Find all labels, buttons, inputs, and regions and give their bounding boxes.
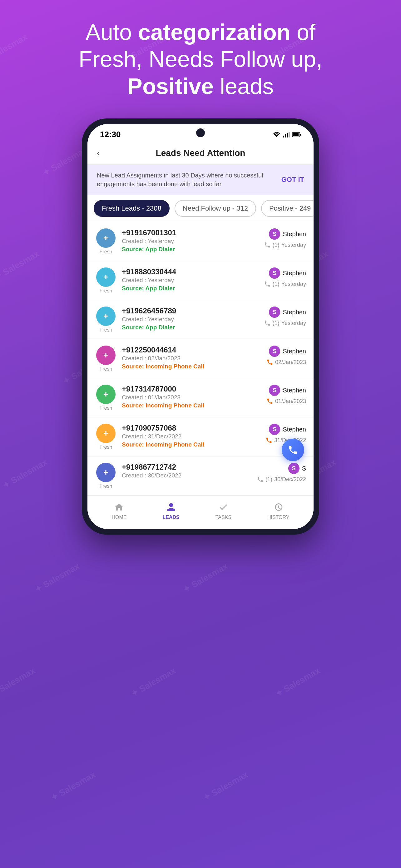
lead-avatar: + <box>96 268 115 287</box>
battery-icon <box>292 132 301 137</box>
lead-item[interactable]: + Fresh +912250044614 Created : 02/Jan/2… <box>88 339 313 378</box>
lead-item[interactable]: + Fresh +919626456789 Created : Yesterda… <box>88 300 313 339</box>
lead-source: Source: App Dialer <box>122 246 259 253</box>
info-banner: New Lead Assignments in last 30 Days whe… <box>88 165 313 195</box>
lead-avatar: + <box>96 463 115 482</box>
lead-right: S Stephen (1) Yesterday <box>264 268 306 287</box>
agent-name: Stephen <box>282 387 306 394</box>
call-count: (1) <box>273 281 279 287</box>
lead-item[interactable]: + Fresh +919867712742 Created : 30/Dec/2… <box>88 457 313 496</box>
call-info: (1) 30/Dec/2022 <box>257 476 306 483</box>
lead-source: Source: Incoming Phone Call <box>122 441 261 448</box>
svg-rect-3 <box>289 132 290 137</box>
svg-rect-2 <box>287 133 288 137</box>
call-info: (1) Yesterday <box>264 281 306 287</box>
got-it-button[interactable]: GOT IT <box>281 176 304 184</box>
lead-phone: +917314787000 <box>122 384 261 393</box>
lead-avatar: + <box>96 424 115 443</box>
incoming-call-icon <box>266 398 273 405</box>
svg-rect-0 <box>283 135 284 137</box>
hero-bold3: Positive <box>127 74 213 99</box>
lead-avatar-wrap: + Fresh <box>95 346 117 372</box>
agent-wrap: S Stephen <box>269 307 306 318</box>
lead-created: Created : 01/Jan/2023 <box>122 394 261 401</box>
home-icon <box>114 502 124 512</box>
outgoing-call-icon <box>264 320 271 327</box>
nav-tasks[interactable]: TASKS <box>215 501 231 520</box>
svg-rect-6 <box>293 133 299 136</box>
fresh-badge: Fresh <box>100 249 112 255</box>
leads-icon <box>166 502 176 512</box>
history-icon <box>273 502 283 512</box>
incoming-call-icon <box>265 437 272 444</box>
camera-dot <box>196 128 205 137</box>
lead-phone: +912250044614 <box>122 346 261 354</box>
agent-wrap: S Stephen <box>269 268 306 279</box>
call-date: Yesterday <box>281 281 306 287</box>
leads-list: + Fresh +919167001301 Created : Yesterda… <box>88 222 313 496</box>
lead-avatar: + <box>96 228 115 248</box>
fresh-badge: Fresh <box>100 288 112 294</box>
lead-item[interactable]: + Fresh +917090757068 Created : 31/Dec/2… <box>88 417 313 457</box>
outgoing-call-icon <box>264 281 271 287</box>
bottom-nav: HOME LEADS TASKS <box>88 496 313 529</box>
nav-history[interactable]: HISTORY <box>267 501 290 520</box>
agent-avatar: S <box>269 346 280 357</box>
lead-info: +919167001301 Created : Yesterday Source… <box>122 228 259 253</box>
call-date: 30/Dec/2022 <box>274 476 306 483</box>
status-time: 12:30 <box>100 130 121 140</box>
lead-avatar-wrap: + Fresh <box>95 268 117 294</box>
agent-name: Stephen <box>282 426 306 433</box>
lead-right: S Stephen (1) Yesterday <box>264 228 306 248</box>
nav-leads[interactable]: LEADS <box>162 501 179 520</box>
lead-created: Created : Yesterday <box>122 316 259 323</box>
agent-wrap: S Stephen <box>269 384 306 396</box>
lead-avatar-wrap: + Fresh <box>95 307 117 333</box>
call-date: Yesterday <box>281 242 306 248</box>
tab-positive[interactable]: Positive - 249 <box>261 200 313 217</box>
lead-info: +918880330444 Created : Yesterday Source… <box>122 268 259 292</box>
lead-phone: +918880330444 <box>122 268 259 276</box>
agent-avatar: S <box>269 384 280 396</box>
lead-source: Source: Incoming Phone Call <box>122 402 261 409</box>
agent-avatar: S <box>269 228 280 240</box>
agent-name: S <box>302 465 306 472</box>
tab-need-followup[interactable]: Need Follow up - 312 <box>175 200 256 217</box>
lead-right: S Stephen 02/Jan/2023 <box>266 346 306 366</box>
lead-item[interactable]: + Fresh +918880330444 Created : Yesterda… <box>88 261 313 300</box>
lead-right: S Stephen (1) Yesterday <box>264 307 306 327</box>
lead-avatar: + <box>96 307 115 326</box>
nav-home[interactable]: HOME <box>111 501 127 520</box>
tasks-icon <box>218 502 228 512</box>
svg-rect-1 <box>285 134 286 137</box>
tab-bar: Fresh Leads - 2308 Need Follow up - 312 … <box>88 195 313 222</box>
lead-avatar-wrap: + Fresh <box>95 384 117 411</box>
lead-avatar-wrap: + Fresh <box>95 424 117 450</box>
phone-screen: 12:30 ‹ Leads Need Attention New Lead As… <box>88 124 313 529</box>
lead-phone: +917090757068 <box>122 424 261 432</box>
back-button[interactable]: ‹ <box>97 148 100 158</box>
tab-fresh-leads[interactable]: Fresh Leads - 2308 <box>94 200 170 217</box>
agent-wrap: S Stephen <box>269 346 306 357</box>
agent-avatar: S <box>269 307 280 318</box>
call-date: Yesterday <box>281 320 306 327</box>
lead-phone: +919867712742 <box>122 463 252 471</box>
call-count: (1) <box>273 320 279 327</box>
app-header: ‹ Leads Need Attention <box>88 142 313 165</box>
lead-created: Created : Yesterday <box>122 277 259 284</box>
hero-line1: Auto categorization of <box>86 20 315 45</box>
agent-avatar: S <box>269 424 280 435</box>
call-date: 02/Jan/2023 <box>275 359 306 366</box>
agent-wrap: S Stephen <box>269 228 306 240</box>
lead-item[interactable]: + Fresh +917314787000 Created : 01/Jan/2… <box>88 378 313 417</box>
lead-right: S S (1) 30/Dec/2022 <box>257 463 306 483</box>
lead-right: S Stephen 01/Jan/2023 <box>266 384 306 405</box>
nav-home-label: HOME <box>111 515 127 520</box>
call-info: 01/Jan/2023 <box>266 398 306 405</box>
call-info: (1) Yesterday <box>264 320 306 327</box>
lead-created: Created : 31/Dec/2022 <box>122 433 261 440</box>
lead-item[interactable]: + Fresh +919167001301 Created : Yesterda… <box>88 222 313 261</box>
signal-icon <box>283 132 290 137</box>
svg-rect-5 <box>300 134 301 135</box>
fab-call-button[interactable] <box>282 439 304 461</box>
